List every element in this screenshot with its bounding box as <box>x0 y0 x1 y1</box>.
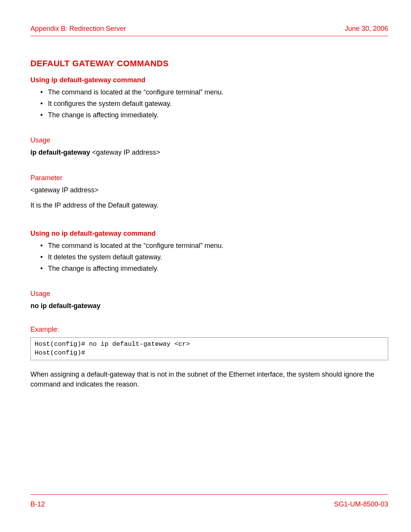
list-item: The change is affecting immediately. <box>48 264 388 273</box>
usage-line-2: no ip default-gateway <box>30 301 388 311</box>
parameter-label: Parameter <box>30 173 388 183</box>
heading-using-ip-default-gateway: Using ip default-gateway command <box>30 75 388 85</box>
usage-line-1: ip default-gateway <gateway IP address> <box>30 147 388 157</box>
usage-command-rest: <gateway IP address> <box>90 149 160 156</box>
usage-label-1: Usage <box>30 135 388 145</box>
usage-label-2: Usage <box>30 289 388 299</box>
bullet-list-1: The command is located at the “configure… <box>30 87 388 120</box>
header-left: Appendix B: Redirection Server <box>30 24 126 34</box>
heading-using-no-ip-default-gateway: Using no ip default-gateway command <box>30 228 388 238</box>
example-code-block: Host(config)# no ip default-gateway <cr>… <box>30 337 388 360</box>
trailing-paragraph: When assigning a default-gateway that is… <box>30 369 388 389</box>
example-label: Example: <box>30 324 388 334</box>
list-item: It configures the system default gateway… <box>48 99 388 109</box>
bullet-list-2: The command is located at the “configure… <box>30 241 388 273</box>
list-item: The command is located at the “configure… <box>48 87 388 97</box>
parameter-description: It is the IP address of the Default gate… <box>30 200 388 210</box>
footer-left: B-12 <box>30 499 45 509</box>
section-title: Default Gateway Commands <box>30 58 388 70</box>
usage-command-bold: ip default-gateway <box>30 149 90 156</box>
running-footer: B-12 SG1-UM-8500-03 <box>30 494 388 509</box>
list-item: The change is affecting immediately. <box>48 110 388 120</box>
list-item: It deletes the system default gateway. <box>48 252 388 262</box>
page-body: Appendix B: Redirection Server June 30, … <box>30 24 388 509</box>
parameter-syntax: <gateway IP address> <box>30 185 388 195</box>
header-right: June 30, 2006 <box>345 24 388 34</box>
footer-right: SG1-UM-8500-03 <box>334 499 388 509</box>
list-item: The command is located at the “configure… <box>48 241 388 251</box>
running-header: Appendix B: Redirection Server June 30, … <box>30 24 388 36</box>
